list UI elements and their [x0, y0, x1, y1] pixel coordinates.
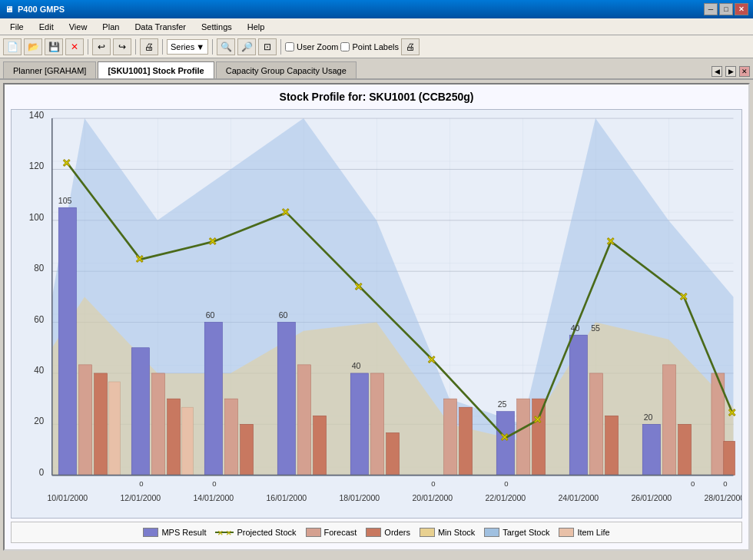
minimize-button[interactable]: ─ — [704, 3, 718, 15]
svg-text:40: 40 — [571, 323, 580, 332]
svg-rect-40 — [240, 424, 254, 475]
user-zoom-checkbox[interactable] — [285, 42, 294, 51]
series-dropdown[interactable]: Series ▼ — [167, 39, 208, 55]
redo-button[interactable]: ↪ — [113, 38, 131, 55]
legend-min-stock-label: Min Stock — [438, 528, 475, 537]
chart-area: 0 20 40 60 80 100 120 140 — [11, 109, 742, 519]
tab-planner[interactable]: Planner [GRAHAM] — [3, 61, 96, 78]
menu-data-transfer[interactable]: Data Transfer — [128, 20, 193, 34]
menu-edit[interactable]: Edit — [32, 20, 61, 34]
legend-mps-label: MPS Result — [161, 528, 206, 537]
separator-2 — [135, 39, 136, 55]
svg-text:0: 0 — [212, 479, 217, 488]
point-labels-label[interactable]: Point Labels — [340, 42, 399, 51]
svg-text:55: 55 — [591, 323, 600, 332]
svg-rect-23 — [277, 323, 295, 476]
separator-1 — [88, 39, 88, 55]
svg-rect-39 — [168, 399, 181, 476]
svg-text:✕: ✕ — [533, 414, 542, 426]
svg-rect-29 — [152, 373, 165, 476]
svg-text:140: 140 — [29, 110, 45, 121]
svg-rect-21 — [131, 348, 149, 476]
tab-controls: ◀ ▶ ✕ — [712, 66, 750, 77]
app-title: P400 GMPS — [18, 5, 65, 14]
print-button[interactable]: 🖨 — [140, 38, 158, 55]
svg-text:0: 0 — [431, 479, 436, 488]
separator-3 — [162, 39, 163, 55]
tab-stock-profile[interactable]: [SKU1001] Stock Profile — [98, 61, 214, 78]
legend-min-stock-color — [420, 528, 435, 537]
svg-text:✕: ✕ — [63, 157, 71, 169]
toolbar: 📄 📂 💾 ✕ ↩ ↪ 🖨 Series ▼ 🔍 🔎 ⊡ User Zoom P… — [0, 35, 753, 58]
menu-view[interactable]: View — [62, 20, 95, 34]
zoom-out-button[interactable]: 🔎 — [237, 38, 256, 55]
chart-svg: 0 20 40 60 80 100 120 140 — [12, 110, 741, 518]
svg-text:22/01/2000: 22/01/2000 — [485, 493, 526, 502]
tab-capacity-group[interactable]: Capacity Group Capacity Usage — [216, 61, 357, 78]
legend-projected-stock: ✕ ✕ Projected Stock — [215, 527, 296, 538]
svg-text:0: 0 — [723, 479, 728, 488]
svg-text:25: 25 — [498, 399, 507, 409]
svg-text:16/01/2000: 16/01/2000 — [266, 493, 307, 502]
delete-button[interactable]: ✕ — [65, 38, 84, 55]
svg-rect-49 — [182, 407, 194, 476]
svg-text:10/01/2000: 10/01/2000 — [47, 493, 88, 502]
svg-text:26/01/2000: 26/01/2000 — [631, 493, 672, 502]
svg-text:28/01/2000: 28/01/2000 — [704, 493, 741, 502]
svg-rect-48 — [109, 382, 121, 476]
svg-rect-35 — [590, 373, 603, 476]
chart-title: Stock Profile for: SKU1001 (CCB250g) — [11, 91, 742, 103]
main-content: Stock Profile for: SKU1001 (CCB250g) 0 2… — [3, 83, 750, 551]
tab-right-button[interactable]: ▶ — [725, 66, 736, 77]
svg-text:60: 60 — [34, 313, 44, 324]
svg-text:✕: ✕ — [209, 236, 217, 247]
menu-settings[interactable]: Settings — [194, 20, 239, 34]
svg-text:24/01/2000: 24/01/2000 — [558, 493, 599, 502]
svg-rect-44 — [532, 399, 546, 476]
svg-rect-34 — [517, 399, 530, 476]
undo-button[interactable]: ↩ — [92, 38, 111, 55]
close-button[interactable]: ✕ — [735, 3, 748, 15]
legend-target-stock-label: Target Stock — [503, 528, 549, 537]
zoom-full-button[interactable]: ⊡ — [258, 38, 277, 55]
svg-text:12/01/2000: 12/01/2000 — [120, 493, 161, 502]
user-zoom-label[interactable]: User Zoom — [285, 42, 338, 51]
tab-close-button[interactable]: ✕ — [739, 66, 750, 77]
svg-rect-22 — [204, 323, 222, 476]
svg-rect-30 — [225, 399, 238, 476]
zoom-in-button[interactable]: 🔍 — [217, 38, 235, 55]
svg-text:120: 120 — [29, 161, 45, 171]
legend-mps-color — [143, 528, 158, 537]
menu-plan[interactable]: Plan — [95, 20, 126, 34]
new-button[interactable]: 📄 — [3, 38, 22, 55]
svg-text:✕: ✕ — [606, 236, 615, 247]
open-button[interactable]: 📂 — [24, 38, 42, 55]
app-icon: 🖥 — [5, 5, 13, 14]
chart-legend: MPS Result ✕ ✕ Projected Stock Forecast … — [11, 522, 742, 543]
menu-help[interactable]: Help — [240, 20, 272, 34]
maximize-button[interactable]: □ — [719, 3, 733, 15]
save-button[interactable]: 💾 — [45, 38, 63, 55]
legend-item-life-color — [559, 528, 574, 537]
legend-forecast-label: Forecast — [324, 528, 357, 537]
svg-rect-33 — [444, 399, 457, 476]
svg-rect-24 — [350, 373, 368, 476]
extra-button[interactable]: 🖨 — [401, 38, 420, 55]
svg-text:0: 0 — [691, 479, 695, 488]
svg-text:✕: ✕ — [217, 529, 224, 537]
svg-text:60: 60 — [206, 310, 215, 320]
series-chevron: ▼ — [196, 42, 204, 51]
legend-target-stock: Target Stock — [484, 528, 549, 537]
menu-file[interactable]: File — [3, 20, 31, 34]
point-labels-checkbox[interactable] — [340, 42, 350, 51]
svg-rect-26 — [569, 335, 587, 476]
legend-forecast-color — [306, 528, 321, 537]
tab-bar: Planner [GRAHAM] [SKU1001] Stock Profile… — [0, 58, 753, 80]
svg-text:60: 60 — [279, 310, 288, 320]
legend-projected-stock-icon: ✕ ✕ — [215, 527, 234, 538]
svg-rect-41 — [313, 416, 327, 475]
svg-text:0: 0 — [39, 466, 45, 477]
svg-text:✕: ✕ — [136, 253, 144, 265]
svg-text:80: 80 — [34, 263, 44, 273]
tab-left-button[interactable]: ◀ — [712, 66, 722, 77]
